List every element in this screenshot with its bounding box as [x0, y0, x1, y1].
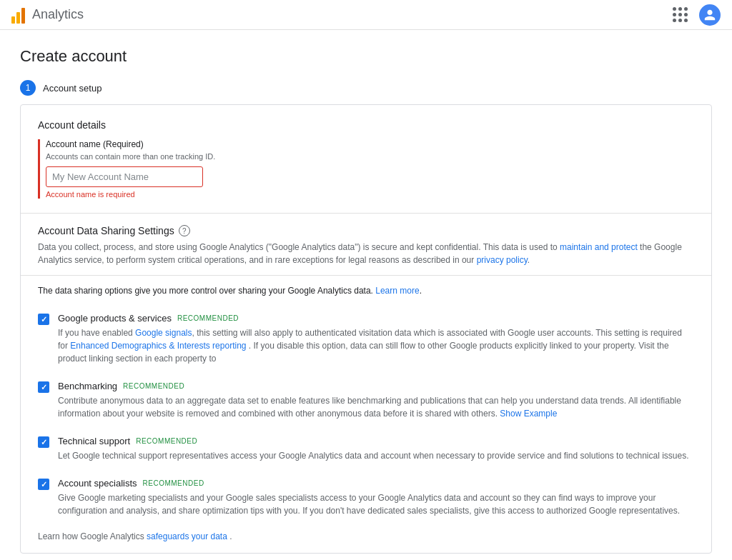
enhanced-demographics-link[interactable]: Enhanced Demographics & Interests report… — [70, 341, 246, 351]
analytics-logo — [11, 6, 25, 24]
learn-more-link[interactable]: Learn more — [375, 286, 419, 296]
main-card: Account details Account name (Required) … — [20, 104, 712, 554]
data-sharing-header: Account Data Sharing Settings ? Data you… — [21, 214, 711, 275]
checkbox-account-specialists-title: Account specialists RECOMMENDED — [58, 478, 694, 489]
account-name-input[interactable] — [46, 166, 203, 187]
account-name-sublabel: Accounts can contain more than one track… — [46, 152, 694, 161]
checkbox-technical-support-wrapper[interactable]: ✓ — [38, 436, 49, 448]
account-name-field-wrapper: Account name (Required) Accounts can con… — [38, 139, 694, 199]
checkbox-google-products-box[interactable]: ✓ — [38, 314, 49, 325]
app-header: Analytics — [0, 0, 732, 30]
checkbox-account-specialists-box[interactable]: ✓ — [38, 479, 49, 490]
checkbox-technical-support-box[interactable]: ✓ — [38, 436, 49, 448]
apps-icon[interactable] — [673, 7, 688, 22]
checkbox-benchmarking: ✓ Benchmarking RECOMMENDED Contribute an… — [21, 374, 711, 429]
checkbox-benchmarking-box[interactable]: ✓ — [38, 381, 49, 393]
sharing-options-intro: The data sharing options give you more c… — [21, 276, 711, 306]
checkbox-account-specialists: ✓ Account specialists RECOMMENDED Give G… — [21, 471, 711, 526]
step-1: 1 Account setup — [20, 80, 712, 96]
checkbox-google-products-title: Google products & services RECOMMENDED — [58, 313, 694, 324]
safeguards-link[interactable]: safeguards your data — [147, 531, 227, 541]
show-example-link[interactable]: Show Example — [500, 409, 557, 419]
privacy-policy-link-header[interactable]: privacy policy — [477, 255, 528, 265]
safeguards-text: Learn how Google Analytics safeguards yo… — [21, 526, 711, 553]
account-name-label: Account name (Required) — [46, 139, 694, 149]
checkbox-benchmarking-wrapper[interactable]: ✓ — [38, 381, 49, 393]
checkbox-technical-support-title: Technical support RECOMMENDED — [58, 436, 689, 446]
checkbox-benchmarking-title: Benchmarking RECOMMENDED — [58, 381, 694, 391]
google-signals-link[interactable]: Google signals — [135, 328, 192, 338]
checkbox-google-products-desc: If you have enabled Google signals, this… — [58, 326, 694, 365]
data-sharing-title: Account Data Sharing Settings ? — [38, 225, 694, 236]
step-1-circle: 1 — [20, 80, 36, 96]
help-icon[interactable]: ? — [179, 225, 190, 236]
account-details-section: Account details Account name (Required) … — [21, 105, 711, 213]
checkbox-google-products-wrapper[interactable]: ✓ — [38, 314, 49, 325]
app-title: Analytics — [32, 7, 84, 22]
checkbox-benchmarking-desc: Contribute anonymous data to an aggregat… — [58, 394, 694, 420]
data-sharing-description: Data you collect, process, and store usi… — [38, 241, 694, 266]
checkbox-technical-support: ✓ Technical support RECOMMENDED Let Goog… — [21, 429, 711, 471]
page-title: Create account — [20, 47, 712, 66]
checkbox-account-specialists-wrapper[interactable]: ✓ — [38, 479, 49, 490]
account-name-error: Account name is required — [46, 190, 694, 199]
checkbox-google-products: ✓ Google products & services RECOMMENDED… — [21, 306, 711, 374]
checkbox-account-specialists-desc: Give Google marketing specialists and yo… — [58, 491, 694, 517]
maintain-protect-link[interactable]: maintain and protect — [560, 242, 638, 252]
main-content: Create account 1 Account setup Account d… — [9, 30, 723, 560]
header-right — [673, 4, 721, 26]
checkbox-technical-support-desc: Let Google technical support representat… — [58, 449, 689, 462]
header-left: Analytics — [11, 6, 84, 24]
avatar[interactable] — [699, 4, 721, 26]
account-details-title: Account details — [38, 119, 694, 131]
step-1-label: Account setup — [43, 83, 102, 94]
